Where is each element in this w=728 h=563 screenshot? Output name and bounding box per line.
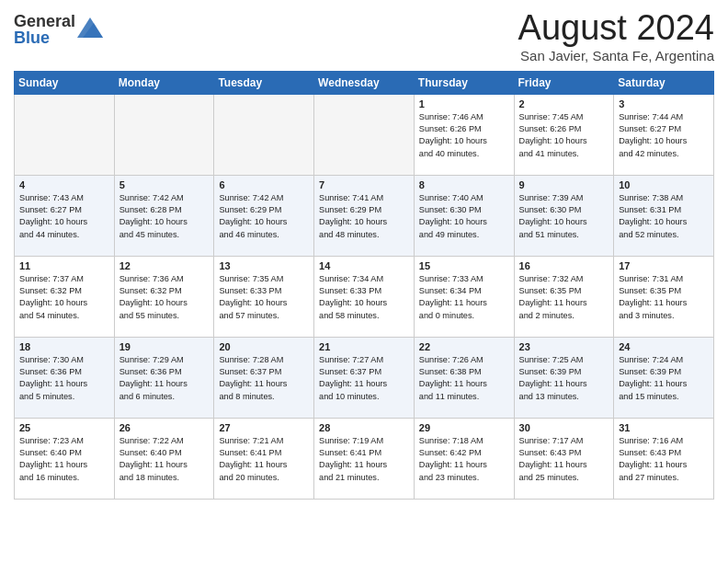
day-number: 14 [319, 260, 409, 271]
day-info: Sunrise: 7:25 AM Sunset: 6:39 PM Dayligh… [519, 354, 609, 403]
logo-icon [77, 17, 103, 38]
calendar-week-row: 25Sunrise: 7:23 AM Sunset: 6:40 PM Dayli… [15, 418, 714, 499]
header-tuesday: Tuesday [214, 71, 314, 94]
day-info: Sunrise: 7:42 AM Sunset: 6:28 PM Dayligh… [119, 192, 210, 241]
day-number: 30 [519, 422, 609, 433]
day-number: 5 [119, 179, 210, 190]
day-info: Sunrise: 7:46 AM Sunset: 6:26 PM Dayligh… [419, 111, 509, 160]
logo-general-text: General [14, 13, 75, 29]
day-info: Sunrise: 7:24 AM Sunset: 6:39 PM Dayligh… [619, 354, 709, 403]
day-number: 11 [19, 260, 109, 271]
day-number: 16 [519, 260, 609, 271]
day-info: Sunrise: 7:19 AM Sunset: 6:41 PM Dayligh… [319, 435, 409, 484]
day-number: 3 [619, 98, 709, 109]
table-row: 25Sunrise: 7:23 AM Sunset: 6:40 PM Dayli… [15, 418, 115, 499]
day-number: 21 [319, 341, 409, 352]
table-row: 31Sunrise: 7:16 AM Sunset: 6:43 PM Dayli… [614, 418, 714, 499]
table-row: 23Sunrise: 7:25 AM Sunset: 6:39 PM Dayli… [514, 337, 614, 418]
day-info: Sunrise: 7:16 AM Sunset: 6:43 PM Dayligh… [619, 435, 709, 484]
day-info: Sunrise: 7:44 AM Sunset: 6:27 PM Dayligh… [619, 111, 709, 160]
table-row: 29Sunrise: 7:18 AM Sunset: 6:42 PM Dayli… [414, 418, 514, 499]
calendar-week-row: 18Sunrise: 7:30 AM Sunset: 6:36 PM Dayli… [15, 337, 714, 418]
calendar-header-row: Sunday Monday Tuesday Wednesday Thursday… [15, 71, 714, 94]
table-row: 12Sunrise: 7:36 AM Sunset: 6:32 PM Dayli… [114, 256, 214, 337]
day-number: 27 [219, 422, 309, 433]
day-number: 6 [219, 179, 309, 190]
day-number: 24 [619, 341, 709, 352]
table-row: 7Sunrise: 7:41 AM Sunset: 6:29 PM Daylig… [314, 175, 415, 256]
table-row: 28Sunrise: 7:19 AM Sunset: 6:41 PM Dayli… [314, 418, 415, 499]
day-info: Sunrise: 7:27 AM Sunset: 6:37 PM Dayligh… [319, 354, 409, 403]
table-row: 14Sunrise: 7:34 AM Sunset: 6:33 PM Dayli… [314, 256, 415, 337]
day-number: 28 [319, 422, 409, 433]
table-row: 26Sunrise: 7:22 AM Sunset: 6:40 PM Dayli… [114, 418, 214, 499]
day-info: Sunrise: 7:40 AM Sunset: 6:30 PM Dayligh… [419, 192, 509, 241]
table-row: 13Sunrise: 7:35 AM Sunset: 6:33 PM Dayli… [214, 256, 314, 337]
day-info: Sunrise: 7:39 AM Sunset: 6:30 PM Dayligh… [519, 192, 609, 241]
month-title: August 2024 [518, 9, 714, 48]
header-wednesday: Wednesday [314, 71, 415, 94]
day-info: Sunrise: 7:26 AM Sunset: 6:38 PM Dayligh… [419, 354, 509, 403]
day-info: Sunrise: 7:35 AM Sunset: 6:33 PM Dayligh… [219, 273, 309, 322]
table-row: 6Sunrise: 7:42 AM Sunset: 6:29 PM Daylig… [214, 175, 314, 256]
table-row: 2Sunrise: 7:45 AM Sunset: 6:26 PM Daylig… [514, 94, 614, 175]
day-number: 9 [519, 179, 609, 190]
day-info: Sunrise: 7:42 AM Sunset: 6:29 PM Dayligh… [219, 192, 309, 241]
header-thursday: Thursday [414, 71, 514, 94]
table-row: 22Sunrise: 7:26 AM Sunset: 6:38 PM Dayli… [414, 337, 514, 418]
day-info: Sunrise: 7:36 AM Sunset: 6:32 PM Dayligh… [119, 273, 210, 322]
table-row [314, 94, 415, 175]
day-info: Sunrise: 7:23 AM Sunset: 6:40 PM Dayligh… [19, 435, 109, 484]
table-row [114, 94, 214, 175]
logo: General Blue [14, 13, 103, 46]
day-info: Sunrise: 7:43 AM Sunset: 6:27 PM Dayligh… [19, 192, 109, 241]
day-info: Sunrise: 7:28 AM Sunset: 6:37 PM Dayligh… [219, 354, 309, 403]
day-number: 8 [419, 179, 509, 190]
day-number: 12 [119, 260, 210, 271]
table-row: 5Sunrise: 7:42 AM Sunset: 6:28 PM Daylig… [114, 175, 214, 256]
table-row: 16Sunrise: 7:32 AM Sunset: 6:35 PM Dayli… [514, 256, 614, 337]
header: General Blue August 2024 San Javier, San… [14, 9, 714, 63]
table-row: 20Sunrise: 7:28 AM Sunset: 6:37 PM Dayli… [214, 337, 314, 418]
day-info: Sunrise: 7:38 AM Sunset: 6:31 PM Dayligh… [619, 192, 709, 241]
table-row: 10Sunrise: 7:38 AM Sunset: 6:31 PM Dayli… [614, 175, 714, 256]
logo-text: General Blue [14, 13, 75, 46]
table-row: 24Sunrise: 7:24 AM Sunset: 6:39 PM Dayli… [614, 337, 714, 418]
day-info: Sunrise: 7:41 AM Sunset: 6:29 PM Dayligh… [319, 192, 409, 241]
table-row: 15Sunrise: 7:33 AM Sunset: 6:34 PM Dayli… [414, 256, 514, 337]
table-row: 11Sunrise: 7:37 AM Sunset: 6:32 PM Dayli… [15, 256, 115, 337]
day-number: 1 [419, 98, 509, 109]
table-row: 1Sunrise: 7:46 AM Sunset: 6:26 PM Daylig… [414, 94, 514, 175]
day-info: Sunrise: 7:29 AM Sunset: 6:36 PM Dayligh… [119, 354, 210, 403]
day-info: Sunrise: 7:17 AM Sunset: 6:43 PM Dayligh… [519, 435, 609, 484]
calendar-week-row: 11Sunrise: 7:37 AM Sunset: 6:32 PM Dayli… [15, 256, 714, 337]
day-info: Sunrise: 7:18 AM Sunset: 6:42 PM Dayligh… [419, 435, 509, 484]
table-row [15, 94, 115, 175]
table-row: 19Sunrise: 7:29 AM Sunset: 6:36 PM Dayli… [114, 337, 214, 418]
location: San Javier, Santa Fe, Argentina [518, 48, 714, 63]
day-number: 19 [119, 341, 210, 352]
day-number: 23 [519, 341, 609, 352]
day-number: 26 [119, 422, 210, 433]
day-info: Sunrise: 7:32 AM Sunset: 6:35 PM Dayligh… [519, 273, 609, 322]
table-row: 30Sunrise: 7:17 AM Sunset: 6:43 PM Dayli… [514, 418, 614, 499]
table-row: 17Sunrise: 7:31 AM Sunset: 6:35 PM Dayli… [614, 256, 714, 337]
table-row: 8Sunrise: 7:40 AM Sunset: 6:30 PM Daylig… [414, 175, 514, 256]
page: General Blue August 2024 San Javier, San… [0, 0, 728, 513]
day-info: Sunrise: 7:45 AM Sunset: 6:26 PM Dayligh… [519, 111, 609, 160]
header-sunday: Sunday [15, 71, 115, 94]
day-number: 31 [619, 422, 709, 433]
table-row: 21Sunrise: 7:27 AM Sunset: 6:37 PM Dayli… [314, 337, 415, 418]
table-row: 4Sunrise: 7:43 AM Sunset: 6:27 PM Daylig… [15, 175, 115, 256]
day-number: 22 [419, 341, 509, 352]
day-info: Sunrise: 7:37 AM Sunset: 6:32 PM Dayligh… [19, 273, 109, 322]
day-info: Sunrise: 7:34 AM Sunset: 6:33 PM Dayligh… [319, 273, 409, 322]
table-row: 3Sunrise: 7:44 AM Sunset: 6:27 PM Daylig… [614, 94, 714, 175]
day-number: 25 [19, 422, 109, 433]
header-friday: Friday [514, 71, 614, 94]
day-number: 20 [219, 341, 309, 352]
table-row: 18Sunrise: 7:30 AM Sunset: 6:36 PM Dayli… [15, 337, 115, 418]
day-info: Sunrise: 7:21 AM Sunset: 6:41 PM Dayligh… [219, 435, 309, 484]
calendar-table: Sunday Monday Tuesday Wednesday Thursday… [14, 71, 714, 500]
day-info: Sunrise: 7:31 AM Sunset: 6:35 PM Dayligh… [619, 273, 709, 322]
